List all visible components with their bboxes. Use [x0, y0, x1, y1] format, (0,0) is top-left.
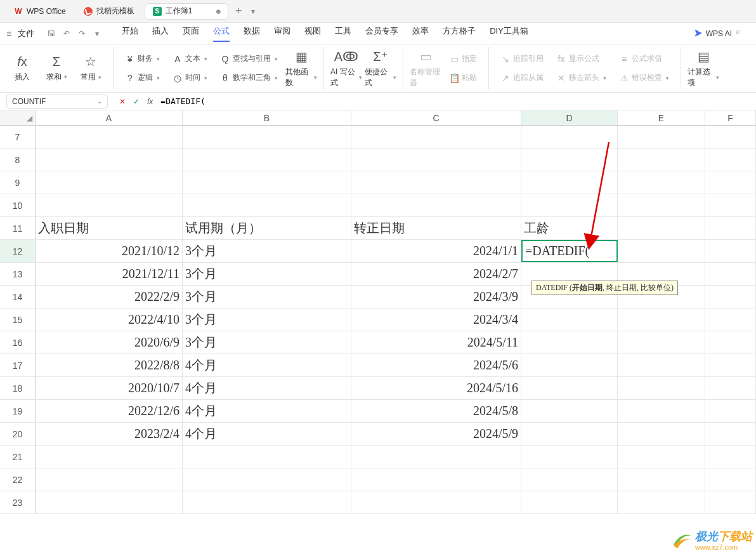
cancel-icon[interactable]: ✕: [119, 97, 126, 106]
cell-C15[interactable]: 2024/3/4: [351, 308, 521, 331]
tab-wps-office[interactable]: W WPS Office: [6, 3, 74, 20]
row-header[interactable]: 18: [0, 377, 36, 399]
cell-F7[interactable]: [705, 126, 756, 148]
cell-F11[interactable]: [705, 217, 756, 239]
common-button[interactable]: ☆ 常用▾: [75, 49, 107, 88]
cell-A22[interactable]: [36, 468, 183, 491]
row-header[interactable]: 19: [0, 400, 36, 422]
cell-A20[interactable]: 2023/2/4: [36, 423, 183, 445]
row-header[interactable]: 15: [0, 308, 36, 331]
cell-B9[interactable]: [183, 171, 351, 194]
btn-remove-arrow[interactable]: ✕移去箭头▾: [551, 69, 611, 87]
row-header[interactable]: 10: [0, 194, 36, 216]
undo-icon[interactable]: ↶: [60, 27, 74, 41]
tab-workbook-active[interactable]: S 工作簿1 ●: [145, 3, 228, 20]
cell-F19[interactable]: [705, 400, 756, 422]
cell-C12[interactable]: 2024/1/1: [351, 240, 521, 262]
row-header[interactable]: 21: [0, 446, 36, 468]
btn-error[interactable]: ⚠错误检查▾: [614, 69, 674, 87]
save-icon[interactable]: 🖫: [44, 27, 58, 41]
sum-button[interactable]: Σ 求和▾: [41, 49, 72, 88]
cell-B19[interactable]: 4个月: [183, 400, 351, 422]
menu-file[interactable]: 文件: [18, 28, 34, 39]
cell-A13[interactable]: 2021/12/11: [36, 263, 183, 285]
cell-D17[interactable]: [521, 354, 618, 376]
cell-E20[interactable]: [618, 423, 705, 445]
cell-E19[interactable]: [618, 400, 705, 422]
cell-D9[interactable]: [521, 171, 618, 194]
row-header[interactable]: 11: [0, 217, 36, 239]
cell-B11[interactable]: 试用期（月）: [183, 217, 351, 239]
cell-F21[interactable]: [705, 446, 756, 468]
cell-F15[interactable]: [705, 308, 756, 331]
cell-C19[interactable]: 2024/5/8: [351, 400, 521, 422]
cell-B17[interactable]: 4个月: [183, 354, 351, 376]
fx-icon[interactable]: fx: [147, 97, 153, 106]
btn-logic[interactable]: ?逻辑▾: [120, 69, 165, 87]
cell-D8[interactable]: [521, 149, 618, 171]
tab-menu-icon[interactable]: ▾: [251, 7, 255, 16]
search-icon[interactable]: ⌕: [736, 27, 750, 41]
row-header[interactable]: 8: [0, 149, 36, 171]
row-header[interactable]: 12: [0, 240, 36, 262]
qat-more-icon[interactable]: ▾: [90, 27, 104, 41]
new-tab-button[interactable]: +: [231, 4, 246, 18]
cell-B12[interactable]: 3个月: [183, 240, 351, 262]
btn-trace-ref[interactable]: ↘追踪引用: [495, 50, 549, 68]
ai-label[interactable]: WPS AI: [706, 29, 732, 38]
cell-E9[interactable]: [618, 171, 705, 194]
cell-E21[interactable]: [618, 446, 705, 468]
cell-F23[interactable]: [705, 491, 756, 513]
cell-F14[interactable]: [705, 286, 756, 308]
menu-tab-page[interactable]: 页面: [183, 25, 199, 42]
menu-tab-efficiency[interactable]: 效率: [412, 25, 429, 42]
cell-B21[interactable]: [183, 446, 351, 468]
cell-F22[interactable]: [705, 468, 756, 491]
cell-B18[interactable]: 4个月: [183, 377, 351, 399]
cell-F13[interactable]: [705, 263, 756, 285]
cell-D15[interactable]: [521, 308, 618, 331]
cell-D16[interactable]: [521, 331, 618, 354]
menu-tab-insert[interactable]: 插入: [152, 25, 169, 42]
menu-tab-ffgz[interactable]: 方方格子: [443, 25, 476, 42]
row-header[interactable]: 20: [0, 423, 36, 445]
cell-C18[interactable]: 2024/5/16: [351, 377, 521, 399]
formula-input[interactable]: [160, 96, 750, 106]
btn-trace-dep[interactable]: ↗追踪从属: [495, 69, 549, 87]
menu-tab-tools[interactable]: 工具: [335, 25, 351, 42]
cell-E16[interactable]: [618, 331, 705, 354]
cell-D21[interactable]: [521, 446, 618, 468]
accept-icon[interactable]: ✓: [133, 97, 140, 106]
tab-template[interactable]: 找稻壳模板: [76, 3, 142, 20]
cell-A15[interactable]: 2022/4/10: [36, 308, 183, 331]
hamburger-icon[interactable]: ≡: [6, 29, 11, 39]
col-header-C[interactable]: C: [351, 110, 521, 125]
btn-finance[interactable]: ¥财务▾: [120, 50, 165, 68]
cell-C10[interactable]: [351, 194, 521, 216]
cell-D18[interactable]: [521, 377, 618, 399]
row-header[interactable]: 23: [0, 491, 36, 513]
cell-B13[interactable]: 3个月: [183, 263, 351, 285]
btn-text[interactable]: A文本▾: [167, 50, 212, 68]
cell-E18[interactable]: [618, 377, 705, 399]
cell-E11[interactable]: [618, 217, 705, 239]
cell-A23[interactable]: [36, 491, 183, 513]
cell-B10[interactable]: [183, 194, 351, 216]
menu-tab-review[interactable]: 审阅: [274, 25, 290, 42]
cell-F10[interactable]: [705, 194, 756, 216]
cell-C20[interactable]: 2024/5/9: [351, 423, 521, 445]
cell-C7[interactable]: [351, 126, 521, 148]
cell-D12[interactable]: =DATEDIF(: [521, 240, 618, 262]
cell-A11[interactable]: 入职日期: [36, 217, 183, 239]
cell-D20[interactable]: [521, 423, 618, 445]
cell-F8[interactable]: [705, 149, 756, 171]
cell-E23[interactable]: [618, 491, 705, 513]
row-header[interactable]: 9: [0, 171, 36, 194]
cell-B16[interactable]: 3个月: [183, 331, 351, 354]
redo-icon[interactable]: ↷: [75, 27, 89, 41]
cell-A9[interactable]: [36, 171, 183, 194]
cell-D10[interactable]: [521, 194, 618, 216]
btn-other-fn[interactable]: ▦ 其他函数▾: [285, 49, 317, 88]
cell-B8[interactable]: [183, 149, 351, 171]
cell-D23[interactable]: [521, 491, 618, 513]
